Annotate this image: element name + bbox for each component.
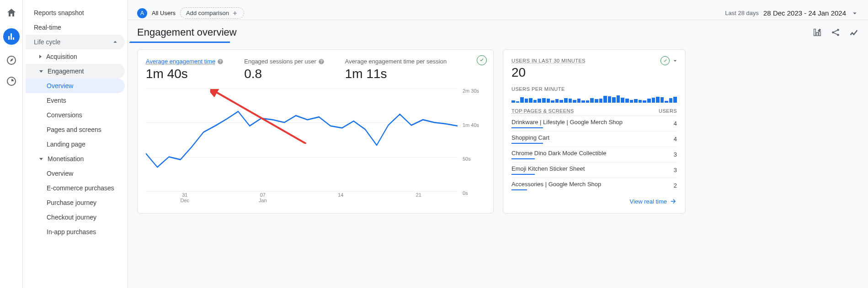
nav-engagement[interactable]: Engagement <box>26 64 125 79</box>
metric-tab-1[interactable]: Engaged sessions per user0.8 <box>244 58 325 81</box>
realtime-row[interactable]: Chrome Dino Dark Mode Collectible3 <box>511 147 677 162</box>
explore-icon[interactable] <box>6 55 17 66</box>
nav-acquisition[interactable]: Acquisition <box>26 49 125 64</box>
view-real-time-link[interactable]: View real time <box>630 198 677 205</box>
segment-badge[interactable]: A <box>137 8 147 18</box>
nav-mon-inapp[interactable]: In-app purchases <box>26 225 125 239</box>
triangle-down-icon <box>39 158 43 160</box>
nav-mon-purchase-journey[interactable]: Purchase journey <box>26 195 125 210</box>
realtime-row[interactable]: Emoji Kitchen Sticker Sheet3 <box>511 162 677 178</box>
realtime-sub-header: USERS PER MINUTE <box>511 86 677 92</box>
metric-tab-2[interactable]: Average engagement time per session1m 11… <box>345 58 447 81</box>
realtime-table-header-users: USERS <box>659 108 677 114</box>
date-range-picker[interactable]: Last 28 days 28 Dec 2023 - 24 Jan 2024 <box>725 9 859 17</box>
realtime-row[interactable]: Shopping Cart4 <box>511 131 677 147</box>
home-icon[interactable] <box>6 7 17 18</box>
nav-real-time[interactable]: Real-time <box>26 20 125 35</box>
nav-monetisation[interactable]: Monetisation <box>26 152 125 166</box>
add-comparison-button[interactable]: Add comparison <box>180 7 244 19</box>
arrow-right-icon <box>670 198 677 205</box>
realtime-row[interactable]: Accessories | Google Merch Shop2 <box>511 178 677 193</box>
nav-engagement-events[interactable]: Events <box>26 93 125 108</box>
chevron-up-icon <box>111 38 119 46</box>
realtime-row[interactable]: Drinkware | Lifestyle | Google Merch Sho… <box>511 115 677 131</box>
nav-engagement-conversions[interactable]: Conversions <box>26 108 125 122</box>
help-icon <box>318 58 325 65</box>
reports-icon[interactable] <box>3 28 20 45</box>
report-nav-sidebar: Reports snapshot Real-time Life cycle Ac… <box>23 0 128 288</box>
realtime-user-count: 20 <box>511 65 677 80</box>
share-icon[interactable] <box>831 27 841 37</box>
customize-icon[interactable] <box>812 27 822 37</box>
plus-icon <box>232 10 238 16</box>
nav-group-life-cycle[interactable]: Life cycle <box>26 35 125 49</box>
chevron-down-icon[interactable] <box>671 57 679 64</box>
triangle-right-icon <box>39 55 42 58</box>
nav-engagement-landing[interactable]: Landing page <box>26 137 125 152</box>
metric-tab-0[interactable]: Average engagement time1m 40s <box>146 58 224 81</box>
nav-mon-ecommerce[interactable]: E-commerce purchases <box>26 181 125 195</box>
nav-mon-checkout-journey[interactable]: Checkout journey <box>26 210 125 225</box>
help-icon <box>217 58 224 65</box>
nav-engagement-pages[interactable]: Pages and screens <box>26 122 125 137</box>
engagement-line-chart: 2m 30s1m 40s50s0s 31Dec07Jan1421 <box>146 88 485 205</box>
realtime-card: USERS IN LAST 30 MINUTES 20 USERS PER MI… <box>503 49 686 214</box>
engagement-chart-card: Average engagement time1m 40sEngaged ses… <box>137 49 494 214</box>
nav-engagement-overview[interactable]: Overview <box>26 79 125 93</box>
users-per-minute-sparkline <box>511 95 677 103</box>
realtime-table-header-pages: TOP PAGES & SCREENS <box>511 108 574 114</box>
chevron-down-icon <box>851 9 859 17</box>
status-ok-icon[interactable] <box>660 56 670 65</box>
page-title: Engagement overview <box>137 26 237 38</box>
segment-label[interactable]: All Users <box>152 10 176 16</box>
ads-icon[interactable] <box>6 76 17 87</box>
realtime-header: USERS IN LAST 30 MINUTES <box>511 58 677 63</box>
insights-icon[interactable] <box>849 27 859 37</box>
active-tab-indicator <box>129 42 230 43</box>
nav-mon-overview[interactable]: Overview <box>26 166 125 181</box>
triangle-down-icon <box>39 70 43 73</box>
nav-reports-snapshot[interactable]: Reports snapshot <box>26 5 125 20</box>
